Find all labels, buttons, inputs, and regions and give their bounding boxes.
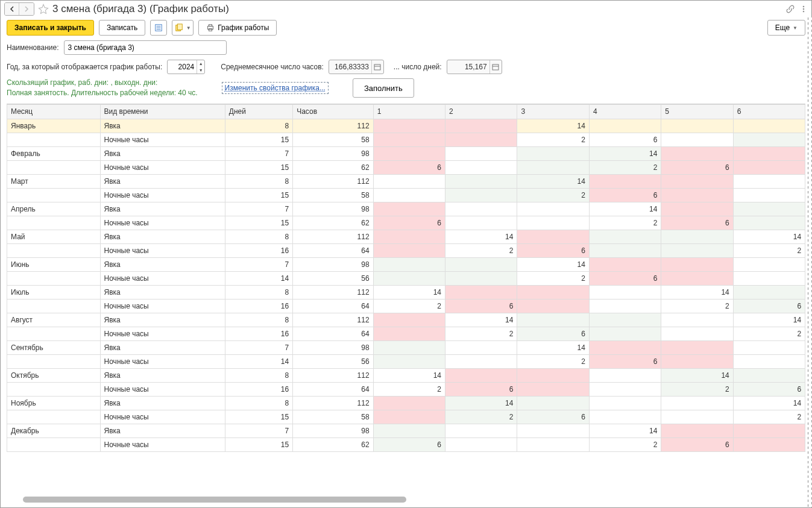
year-spinner[interactable]: ▲▼ <box>167 60 205 74</box>
print-schedule-button[interactable]: График работы <box>198 20 277 36</box>
table-row[interactable]: Ночные часы1558262626 <box>7 133 806 146</box>
cell-day[interactable]: 2 <box>733 243 805 257</box>
cell-day[interactable]: 2 <box>445 410 517 424</box>
cell-day[interactable] <box>373 424 445 437</box>
cell-day[interactable] <box>733 437 805 451</box>
table-row[interactable]: ДекабрьЯвка798141414 <box>7 424 806 437</box>
table-row[interactable]: НоябрьЯвка811214141414 <box>7 396 806 410</box>
cell-day[interactable]: 14 <box>373 368 445 382</box>
cell-day[interactable]: 14 <box>445 313 517 327</box>
cell-day[interactable] <box>445 354 517 368</box>
cell-day[interactable] <box>661 327 733 340</box>
cell-day[interactable] <box>445 424 517 437</box>
cell-day[interactable] <box>373 188 445 202</box>
cell-day[interactable] <box>661 230 733 243</box>
cell-day[interactable]: 14 <box>661 368 733 382</box>
table-row[interactable]: ФевральЯвка798141414 <box>7 146 806 160</box>
cell-day[interactable] <box>589 243 661 257</box>
cell-day[interactable] <box>733 424 805 437</box>
cell-day[interactable] <box>661 340 733 354</box>
calendar-icon[interactable] <box>371 60 383 74</box>
cell-day[interactable] <box>373 133 445 146</box>
cell-day[interactable] <box>517 313 589 327</box>
cell-day[interactable] <box>733 216 805 230</box>
col-day-2[interactable]: 2 <box>445 104 517 119</box>
cell-day[interactable]: 6 <box>589 271 661 285</box>
cell-day[interactable] <box>733 160 805 174</box>
cell-day[interactable] <box>589 340 661 354</box>
cell-day[interactable] <box>445 340 517 354</box>
year-input[interactable] <box>168 63 197 71</box>
cell-day[interactable]: 6 <box>661 437 733 451</box>
cell-day[interactable] <box>373 174 445 188</box>
cell-day[interactable]: 6 <box>661 160 733 174</box>
cell-day[interactable]: 6 <box>733 299 805 313</box>
attachments-button[interactable]: ▼ <box>172 20 194 36</box>
cell-day[interactable]: 6 <box>517 327 589 340</box>
cell-day[interactable]: 14 <box>517 119 589 133</box>
cell-day[interactable] <box>445 437 517 451</box>
cell-day[interactable] <box>373 243 445 257</box>
cell-day[interactable]: 14 <box>373 285 445 299</box>
kebab-menu-icon[interactable] <box>799 5 808 13</box>
cell-day[interactable] <box>733 146 805 160</box>
col-month[interactable]: Месяц <box>7 104 101 119</box>
table-row[interactable]: ЯнварьЯвка8112141414 <box>7 119 806 133</box>
cell-day[interactable] <box>589 230 661 243</box>
table-row[interactable]: Ночные часы1456262626 <box>7 271 806 285</box>
table-row[interactable]: Ночные часы15626262626 <box>7 216 806 230</box>
cell-day[interactable]: 14 <box>589 424 661 437</box>
cell-day[interactable] <box>373 257 445 271</box>
cell-day[interactable] <box>517 202 589 216</box>
cell-day[interactable] <box>445 216 517 230</box>
cell-day[interactable] <box>517 160 589 174</box>
col-day-3[interactable]: 3 <box>517 104 589 119</box>
cell-day[interactable] <box>733 133 805 146</box>
cell-day[interactable] <box>445 160 517 174</box>
cell-day[interactable] <box>733 174 805 188</box>
cell-day[interactable] <box>373 230 445 243</box>
cell-day[interactable] <box>589 119 661 133</box>
cell-day[interactable]: 14 <box>445 396 517 410</box>
cell-day[interactable]: 2 <box>373 382 445 396</box>
table-row[interactable]: Ночные часы15626262626 <box>7 160 806 174</box>
cell-day[interactable] <box>589 313 661 327</box>
cell-day[interactable] <box>589 382 661 396</box>
cell-day[interactable] <box>445 202 517 216</box>
table-row[interactable]: ИюньЯвка798141414 <box>7 257 806 271</box>
cell-day[interactable] <box>733 340 805 354</box>
cell-day[interactable] <box>589 174 661 188</box>
cell-day[interactable]: 14 <box>661 285 733 299</box>
cell-day[interactable] <box>373 327 445 340</box>
col-days[interactable]: Дней <box>225 104 292 119</box>
cell-day[interactable]: 6 <box>445 382 517 396</box>
cell-day[interactable]: 2 <box>517 188 589 202</box>
cell-day[interactable] <box>733 202 805 216</box>
nav-forward-button[interactable] <box>19 3 34 15</box>
cell-day[interactable]: 2 <box>661 382 733 396</box>
change-schedule-properties-link[interactable]: Изменить свойства графика... <box>222 82 329 94</box>
cell-day[interactable] <box>373 340 445 354</box>
table-row[interactable]: Ночные часы166426262626 <box>7 382 806 396</box>
cell-day[interactable] <box>517 382 589 396</box>
cell-day[interactable] <box>373 410 445 424</box>
cell-day[interactable] <box>373 119 445 133</box>
nav-back-button[interactable] <box>5 3 19 15</box>
cell-day[interactable] <box>589 285 661 299</box>
table-row[interactable]: АпрельЯвка798141414 <box>7 202 806 216</box>
cell-day[interactable]: 6 <box>373 216 445 230</box>
cell-day[interactable] <box>589 299 661 313</box>
col-kind[interactable]: Вид времени <box>100 104 225 119</box>
cell-day[interactable] <box>733 354 805 368</box>
cell-day[interactable] <box>373 146 445 160</box>
cell-day[interactable] <box>445 133 517 146</box>
favorite-star-icon[interactable] <box>38 4 49 14</box>
cell-day[interactable] <box>445 146 517 160</box>
cell-day[interactable]: 6 <box>373 160 445 174</box>
cell-day[interactable]: 14 <box>517 174 589 188</box>
schedule-table-wrap[interactable]: МесяцВид времениДнейЧасов123456789101112… <box>7 104 805 495</box>
cell-day[interactable] <box>733 285 805 299</box>
cell-day[interactable]: 2 <box>445 327 517 340</box>
cell-day[interactable] <box>661 424 733 437</box>
cell-day[interactable] <box>661 396 733 410</box>
